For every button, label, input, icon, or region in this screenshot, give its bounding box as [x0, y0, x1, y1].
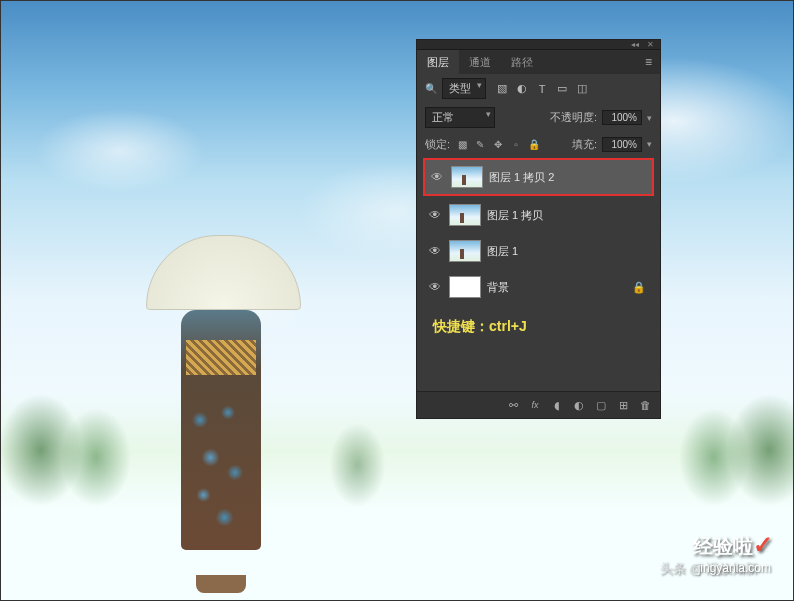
tab-paths[interactable]: 路径 [501, 50, 543, 75]
filter-row: 🔍 类型 ▧ ◐ T ▭ ◫ [417, 74, 660, 103]
panel-topbar: ◂◂ ✕ [417, 40, 660, 50]
kimono-pattern [186, 390, 256, 540]
visibility-icon[interactable]: 👁 [429, 170, 445, 184]
layer-name[interactable]: 图层 1 [487, 244, 650, 259]
lock-move-icon[interactable]: ✥ [491, 137, 505, 151]
mask-icon[interactable]: ◖ [550, 398, 564, 412]
watermark-logo-text: 经验啦 [693, 535, 753, 557]
watermark-url: jingyanla.com [698, 561, 771, 575]
layer-name[interactable]: 图层 1 拷贝 [487, 208, 650, 223]
group-icon[interactable]: ▢ [594, 398, 608, 412]
shortcut-hint: 快捷键：ctrl+J [423, 306, 654, 340]
background-trees [1, 360, 793, 510]
panel-menu-icon[interactable]: ≡ [637, 55, 660, 69]
visibility-icon[interactable]: 👁 [427, 280, 443, 294]
layer-thumbnail[interactable] [449, 276, 481, 298]
tab-channels[interactable]: 通道 [459, 50, 501, 75]
layer-name[interactable]: 背景 [487, 280, 626, 295]
layer-item[interactable]: 👁 图层 1 [423, 234, 654, 268]
new-layer-icon[interactable]: ⊞ [616, 398, 630, 412]
lock-label: 锁定: [425, 137, 450, 152]
lock-row: 锁定: ▩ ✎ ✥ ▫ 🔒 填充: 100% ▾ [417, 132, 660, 156]
layer-name[interactable]: 图层 1 拷贝 2 [489, 170, 648, 185]
filter-shape-icon[interactable]: ▭ [555, 82, 569, 96]
link-icon[interactable]: ⚯ [506, 398, 520, 412]
filter-type-dropdown[interactable]: 类型 [442, 78, 486, 99]
layer-list: 👁 图层 1 拷贝 2 👁 图层 1 拷贝 👁 图层 1 👁 背景 🔒 快捷键：… [417, 156, 660, 391]
blend-row: 正常 不透明度: 100% ▾ [417, 103, 660, 132]
lock-all-icon[interactable]: 🔒 [527, 137, 541, 151]
layer-item[interactable]: 👁 图层 1 拷贝 [423, 198, 654, 232]
opacity-value[interactable]: 100% [602, 110, 642, 125]
fill-chevron-icon[interactable]: ▾ [647, 139, 652, 149]
filter-image-icon[interactable]: ▧ [495, 82, 509, 96]
lock-pixels-icon[interactable]: ▩ [455, 137, 469, 151]
lock-icon: 🔒 [632, 281, 646, 294]
layer-thumbnail[interactable] [451, 166, 483, 188]
lock-brush-icon[interactable]: ✎ [473, 137, 487, 151]
fill-label: 填充: [572, 137, 597, 152]
filter-text-icon[interactable]: T [535, 82, 549, 96]
fx-icon[interactable]: fx [528, 398, 542, 412]
adjustment-icon[interactable]: ◐ [572, 398, 586, 412]
check-icon: ✓ [753, 531, 773, 558]
watermark-logo: 经验啦✓ [693, 531, 773, 560]
panel-footer: ⚯ fx ◖ ◐ ▢ ⊞ 🗑 [417, 391, 660, 418]
opacity-label: 不透明度: [550, 110, 597, 125]
figure-person [156, 285, 286, 575]
search-icon: 🔍 [425, 83, 437, 94]
layers-panel: ◂◂ ✕ 图层 通道 路径 ≡ 🔍 类型 ▧ ◐ T ▭ ◫ 正常 不透明度: … [416, 39, 661, 419]
layer-item[interactable]: 👁 图层 1 拷贝 2 [423, 158, 654, 196]
lock-artboard-icon[interactable]: ▫ [509, 137, 523, 151]
filter-smart-icon[interactable]: ◫ [575, 82, 589, 96]
kimono [181, 310, 261, 550]
visibility-icon[interactable]: 👁 [427, 208, 443, 222]
panel-tabs: 图层 通道 路径 ≡ [417, 50, 660, 74]
lock-icons: ▩ ✎ ✥ ▫ 🔒 [455, 137, 541, 151]
layer-thumbnail[interactable] [449, 240, 481, 262]
tab-layers[interactable]: 图层 [417, 50, 459, 75]
delete-icon[interactable]: 🗑 [638, 398, 652, 412]
background-clouds [1, 1, 793, 600]
filter-adjust-icon[interactable]: ◐ [515, 82, 529, 96]
blend-mode-dropdown[interactable]: 正常 [425, 107, 495, 128]
layer-item[interactable]: 👁 背景 🔒 [423, 270, 654, 304]
feet [196, 575, 246, 593]
fill-value[interactable]: 100% [602, 137, 642, 152]
layer-thumbnail[interactable] [449, 204, 481, 226]
visibility-icon[interactable]: 👁 [427, 244, 443, 258]
filter-icons: ▧ ◐ T ▭ ◫ [495, 82, 589, 96]
collapse-icon[interactable]: ◂◂ [631, 40, 639, 49]
close-icon[interactable]: ✕ [647, 40, 654, 49]
opacity-chevron-icon[interactable]: ▾ [647, 113, 652, 123]
